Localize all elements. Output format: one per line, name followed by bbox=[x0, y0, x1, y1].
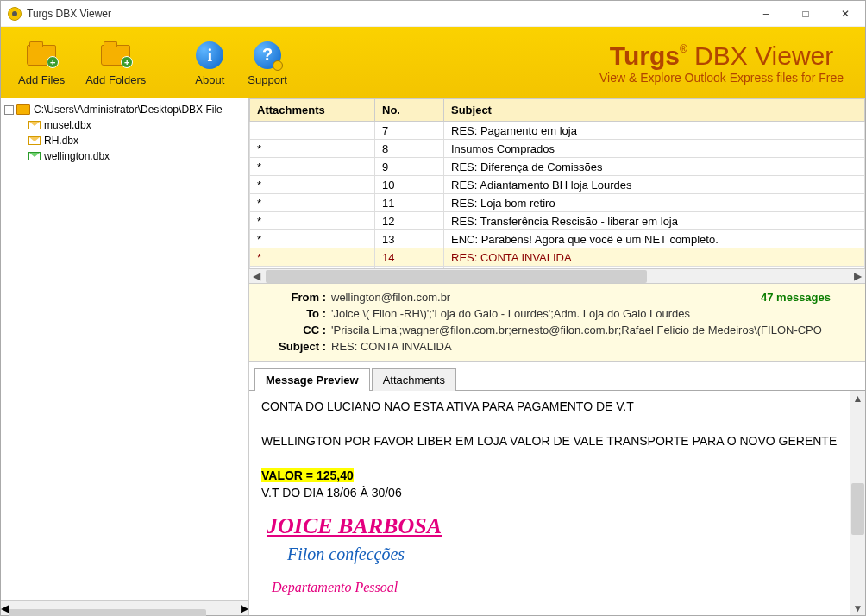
cell-att bbox=[250, 122, 375, 140]
cell-no: 7 bbox=[375, 122, 444, 140]
col-attachments[interactable]: Attachments bbox=[250, 99, 375, 122]
table-row[interactable]: *10RES: Adiantamento BH loja Lourdes bbox=[250, 176, 865, 194]
scroll-left-icon[interactable]: ◀ bbox=[1, 602, 9, 614]
table-row[interactable]: *14RES: CONTA INVALIDA bbox=[250, 248, 865, 267]
signature-dept: Departamento Pessoal bbox=[272, 580, 838, 595]
body-line: V.T DO DIA 18/06 À 30/06 bbox=[261, 486, 838, 500]
minimize-button[interactable]: – bbox=[746, 1, 786, 27]
cell-no: 13 bbox=[375, 230, 444, 248]
support-label: Support bbox=[248, 73, 287, 86]
folder-icon: + bbox=[101, 45, 130, 66]
scrollbar-thumb[interactable] bbox=[266, 270, 647, 283]
message-body[interactable]: CONTA DO LUCIANO NAO ESTA ATIVA PARA PAG… bbox=[249, 391, 850, 615]
col-no[interactable]: No. bbox=[375, 99, 444, 122]
window-title: Turgs DBX Viewer bbox=[27, 8, 111, 20]
table-row[interactable]: *13ENC: Parabéns! Agora que você é um NE… bbox=[250, 230, 865, 248]
mail-icon bbox=[28, 152, 41, 160]
cell-subject: ENC: Parabéns! Agora que você é um NET c… bbox=[444, 230, 865, 248]
collapse-icon[interactable]: - bbox=[4, 105, 14, 115]
list-scrollbar[interactable]: ◀ ▶ bbox=[249, 268, 865, 283]
tree-item-label: wellington.dbx bbox=[44, 150, 110, 162]
folder-icon: + bbox=[27, 45, 56, 66]
message-count: 47 messages bbox=[761, 291, 831, 304]
table-row[interactable]: *9RES: Diferença de Comissões bbox=[250, 158, 865, 176]
info-icon: i bbox=[196, 41, 223, 69]
cell-no: 12 bbox=[375, 212, 444, 230]
signature-company: Filon confecções bbox=[287, 544, 838, 564]
cell-no: 14 bbox=[375, 248, 444, 267]
tree-item[interactable]: RH.dbx bbox=[3, 133, 248, 148]
tree-scrollbar[interactable]: ◀ ▶ bbox=[1, 600, 248, 615]
cell-att: * bbox=[250, 140, 375, 158]
scroll-right-icon[interactable]: ▶ bbox=[241, 602, 248, 614]
cell-no: 9 bbox=[375, 158, 444, 176]
scroll-left-icon[interactable]: ◀ bbox=[249, 269, 264, 284]
add-files-button[interactable]: + Add Files bbox=[8, 34, 75, 91]
table-row[interactable]: 7RES: Pagamento em loja bbox=[250, 122, 865, 140]
to-label: To : bbox=[258, 307, 331, 320]
signature-name: JOICE BARBOSA bbox=[267, 513, 838, 539]
about-label: About bbox=[195, 73, 224, 86]
message-headers: From : wellington@filon.com.br 47 messag… bbox=[249, 284, 865, 362]
app-window: Turgs DBX Viewer – □ ✕ + Add Files + Add… bbox=[0, 0, 866, 616]
tab-message-preview[interactable]: Message Preview bbox=[254, 368, 370, 391]
tree-item[interactable]: musel.dbx bbox=[3, 117, 248, 133]
message-list-pane: Attachments No. Subject 7RES: Pagamento … bbox=[249, 98, 865, 284]
body-line: WELLINGTON POR FAVOR LIBER EM LOJA VALOR… bbox=[261, 434, 838, 448]
cell-att: * bbox=[250, 212, 375, 230]
table-row[interactable]: *12RES: Transferência Rescisão - liberar… bbox=[250, 212, 865, 230]
message-list[interactable]: Attachments No. Subject 7RES: Pagamento … bbox=[249, 98, 865, 268]
mail-icon bbox=[28, 136, 41, 145]
titlebar: Turgs DBX Viewer – □ ✕ bbox=[1, 1, 865, 27]
cell-no: 11 bbox=[375, 194, 444, 212]
close-button[interactable]: ✕ bbox=[825, 1, 865, 27]
table-row[interactable]: *11RES: Loja bom retiro bbox=[250, 194, 865, 212]
maximize-button[interactable]: □ bbox=[786, 1, 825, 27]
body-line: CONTA DO LUCIANO NAO ESTA ATIVA PARA PAG… bbox=[261, 399, 838, 413]
table-row[interactable]: *8Insumos Comprados bbox=[250, 140, 865, 158]
preview-pane: CONTA DO LUCIANO NAO ESTA ATIVA PARA PAG… bbox=[249, 391, 865, 615]
brand-tagline: View & Explore Outlook Express files for… bbox=[599, 71, 844, 85]
cell-no: 8 bbox=[375, 140, 444, 158]
preview-tabs: Message Preview Attachments bbox=[249, 362, 865, 391]
scrollbar-thumb[interactable] bbox=[851, 483, 864, 535]
cell-subject: RES: Pagamento em loja bbox=[444, 122, 865, 140]
about-button[interactable]: i About bbox=[182, 34, 237, 91]
folder-tree[interactable]: - C:\Users\Administrator\Desktop\DBX Fil… bbox=[1, 98, 249, 600]
cell-subject: RES: Diferença de Comissões bbox=[444, 158, 865, 176]
add-folders-label: Add Folders bbox=[85, 73, 146, 86]
cell-att: * bbox=[250, 230, 375, 248]
col-subject[interactable]: Subject bbox=[444, 99, 865, 122]
add-folders-button[interactable]: + Add Folders bbox=[75, 34, 156, 91]
brand-logo: Turgs® DBX Viewer View & Explore Outlook… bbox=[599, 41, 844, 85]
right-pane: Attachments No. Subject 7RES: Pagamento … bbox=[249, 98, 865, 615]
main-area: - C:\Users\Administrator\Desktop\DBX Fil… bbox=[1, 98, 865, 615]
from-label: From : bbox=[258, 291, 331, 304]
scroll-up-icon[interactable]: ▲ bbox=[850, 391, 865, 405]
cell-att: * bbox=[250, 158, 375, 176]
add-files-label: Add Files bbox=[18, 73, 65, 86]
mail-icon bbox=[28, 121, 41, 129]
subject-value: RES: CONTA INVALIDA bbox=[331, 340, 857, 353]
tree-item-label: RH.dbx bbox=[44, 135, 78, 147]
preview-scrollbar[interactable]: ▲ ▼ bbox=[850, 391, 865, 615]
scroll-down-icon[interactable]: ▼ bbox=[850, 600, 865, 615]
tree-item-label: musel.dbx bbox=[44, 119, 91, 131]
tab-attachments[interactable]: Attachments bbox=[372, 368, 456, 391]
support-button[interactable]: ? Support bbox=[237, 34, 298, 91]
brand-product: DBX Viewer bbox=[687, 41, 834, 70]
cc-value: 'Priscila Lima';wagner@filon.com.br;erne… bbox=[331, 324, 857, 336]
tree-root[interactable]: - C:\Users\Administrator\Desktop\DBX Fil… bbox=[3, 102, 248, 117]
from-value: wellington@filon.com.br bbox=[331, 291, 761, 304]
tree-item[interactable]: wellington.dbx bbox=[3, 148, 248, 164]
scroll-right-icon[interactable]: ▶ bbox=[850, 269, 865, 284]
to-value: 'Joice \( Filon -RH\)';'Loja do Galo - L… bbox=[331, 307, 857, 320]
cell-subject: RES: Adiantamento BH loja Lourdes bbox=[444, 176, 865, 194]
subject-label: Subject : bbox=[258, 340, 331, 353]
cell-subject: RES: Transferência Rescisão - liberar em… bbox=[444, 212, 865, 230]
tree-root-label: C:\Users\Administrator\Desktop\DBX File bbox=[34, 104, 223, 116]
folder-icon bbox=[16, 104, 30, 115]
app-icon bbox=[8, 7, 22, 21]
toolbar: + Add Files + Add Folders i About ? Supp… bbox=[1, 27, 865, 98]
cell-subject: Insumos Comprados bbox=[444, 140, 865, 158]
